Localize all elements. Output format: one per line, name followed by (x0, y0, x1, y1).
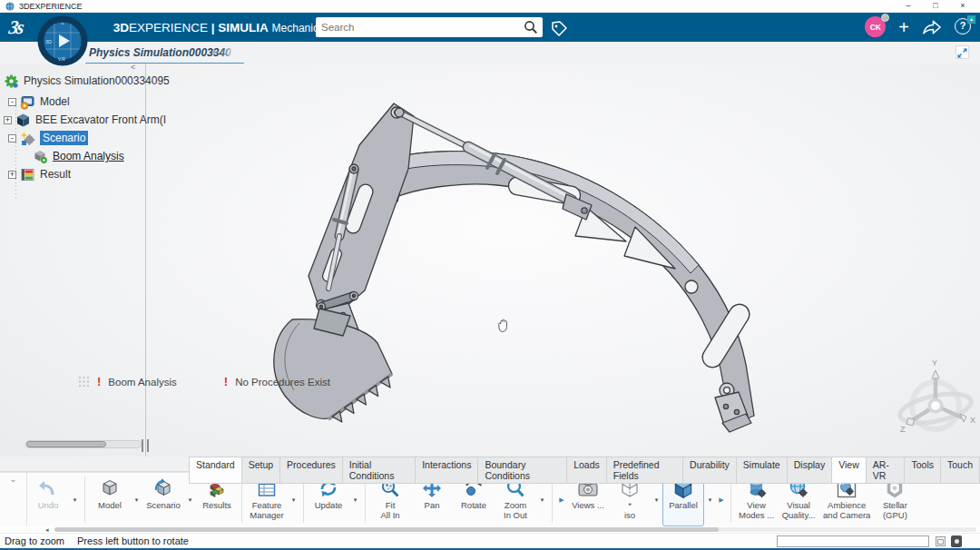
axis-z-label: Z (900, 425, 906, 434)
tab-simulate[interactable]: Simulate (736, 457, 787, 484)
tree-model-label: Model (40, 95, 70, 108)
share-icon[interactable] (922, 18, 942, 36)
toolbar-separator (303, 476, 304, 523)
diagnostics-row: ! Boom Analysis ! No Procedures Exist (78, 375, 330, 388)
tree-node-root[interactable]: Physics Simulation000334095 (4, 72, 145, 90)
tree-node-scenario[interactable]: - Scenario (4, 129, 145, 147)
tab-setup[interactable]: Setup (241, 457, 279, 484)
document-tab-bar: Physics Simulation0003340 + (0, 42, 980, 64)
undo-button[interactable]: Undo (27, 473, 69, 526)
splitter-grip[interactable] (142, 439, 149, 452)
toolbar-scrollbar-thumb[interactable] (54, 527, 719, 532)
tree-scrollbar-thumb[interactable] (26, 441, 106, 447)
minimize-button[interactable]: – (895, 0, 922, 12)
tab-boundary-conditions[interactable]: Boundary Conditions (477, 457, 566, 484)
expand-expander[interactable]: + (4, 116, 12, 124)
compass-vr-label: V.R (58, 56, 65, 62)
command-input[interactable] (777, 535, 929, 547)
toolbar-separator (730, 476, 731, 523)
warning-icon: ! (224, 375, 228, 388)
tab-predefined-fields[interactable]: Predefined Fields (606, 457, 682, 484)
model-node-icon (20, 94, 35, 110)
toolbar-collapse-strip[interactable]: ⌄ (0, 473, 27, 526)
view-compass[interactable]: Y X Z (897, 358, 975, 434)
boom-analysis-warning[interactable]: Boom Analysis (108, 377, 176, 388)
toolbar-separator (552, 476, 553, 523)
help-alert-badge: ▲ (967, 15, 975, 24)
brand-3d: 3D (113, 21, 129, 34)
tree-node-boom-analysis[interactable]: Boom Analysis (4, 147, 145, 165)
analysis-case-icon (33, 149, 48, 164)
3dexperience-compass-logo[interactable]: 3D V.R ⌁ (36, 15, 89, 67)
tab-loads[interactable]: Loads (566, 457, 606, 484)
tab-durability[interactable]: Durability (682, 457, 736, 484)
application-window: { "window": { "title": "3DEXPERIENCE", "… (0, 0, 980, 550)
tree-node-excavator[interactable]: + BEE Excavator Front Arm(I (4, 111, 145, 129)
toolbar-separator (84, 476, 85, 523)
maximize-button[interactable]: □ (922, 0, 949, 12)
global-search (316, 17, 543, 37)
tab-initial-conditions[interactable]: Initial Conditions (342, 457, 415, 484)
no-procedures-warning: No Procedures Exist (235, 377, 330, 388)
3ds-logo: 3s (7, 16, 24, 39)
collapse-expander[interactable]: - (8, 134, 16, 142)
drag-grip-icon[interactable] (78, 376, 90, 388)
brand-divider: | (211, 21, 215, 34)
viewport-3d[interactable]: Y X Z < Physics Simulation000334095 - (0, 64, 980, 457)
search-icon[interactable] (523, 19, 539, 35)
hand-cursor (498, 319, 506, 331)
result-node-icon (20, 167, 35, 182)
user-avatar[interactable]: CK (865, 16, 886, 37)
brand-experience: EXPERIENCE (129, 21, 208, 34)
physics-simulation-icon (4, 74, 19, 89)
scenario-button[interactable]: Scenario (142, 473, 184, 526)
svg-text:⌁: ⌁ (61, 21, 64, 26)
toolbar-separator (365, 476, 366, 523)
scroll-left-arrow[interactable]: ◂ (45, 526, 49, 533)
tree-collapse-chevron[interactable]: < (131, 64, 135, 72)
model-button[interactable]: Model (89, 473, 131, 526)
tree-node-model[interactable]: - Model (4, 93, 145, 111)
layers-toggle-icon[interactable] (936, 536, 946, 546)
new-tab-button[interactable]: + (211, 44, 218, 59)
tree-result-label: Result (40, 168, 71, 181)
avatar-status-badge (881, 14, 889, 22)
toolbar-separator (241, 476, 242, 523)
undo-dropdown-caret[interactable]: ▾ (69, 473, 81, 526)
tab-procedures[interactable]: Procedures (279, 457, 342, 484)
tag-icon[interactable] (550, 20, 568, 38)
tab-display[interactable]: Display (787, 457, 831, 484)
tree-node-result[interactable]: + Result (4, 165, 145, 183)
tab-view[interactable]: View (831, 457, 866, 484)
axis-y-label: Y (932, 358, 937, 368)
add-content-icon[interactable]: + (898, 18, 909, 36)
tree-horizontal-scrollbar[interactable] (25, 440, 142, 448)
help-icon[interactable]: ? ▲ (955, 18, 973, 36)
collapse-ui-button[interactable] (956, 45, 969, 59)
compass-3d-label: 3D (45, 39, 52, 44)
axis-x-label: X (970, 416, 975, 425)
tab-touch[interactable]: Touch (940, 457, 980, 484)
tree-scenario-label: Scenario (40, 131, 88, 145)
scenario-node-icon (20, 131, 35, 146)
chevron-down-icon: ⌄ (10, 475, 17, 484)
toolbar-scrollbar-track[interactable] (54, 527, 976, 532)
search-input[interactable] (316, 22, 523, 33)
collapse-arrows-icon (956, 47, 968, 59)
action-bar-tabs: Standard Setup Procedures Initial Condit… (0, 457, 980, 472)
notifications-icon[interactable] (951, 535, 962, 547)
top-app-bar: 3s 3D V.R ⌁ 3DEXPERIENCE | SIMULIA Mecha… (0, 13, 980, 42)
close-button[interactable]: × (949, 0, 976, 12)
undo-icon (37, 477, 59, 499)
expand-expander[interactable]: + (8, 171, 16, 179)
tab-tools[interactable]: Tools (904, 457, 940, 484)
tab-standard[interactable]: Standard (189, 457, 241, 484)
tab-ar-vr[interactable]: AR-VR (866, 457, 905, 484)
model-dropdown-caret[interactable]: ▾ (131, 473, 142, 526)
app-globe-icon (5, 2, 15, 11)
brand-app: SIMULIA (218, 21, 269, 34)
status-bar: Drag to zoom Press left button to rotate (0, 533, 980, 548)
status-hint-primary: Drag to zoom (5, 535, 64, 546)
tab-interactions[interactable]: Interactions (415, 457, 477, 484)
collapse-expander[interactable]: - (8, 98, 16, 106)
